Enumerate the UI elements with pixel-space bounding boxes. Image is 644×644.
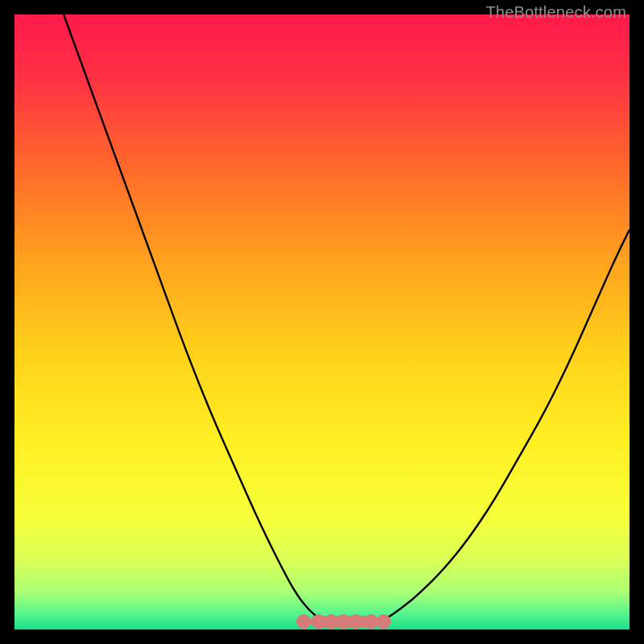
- svg-point-7: [376, 614, 390, 629]
- svg-point-1: [296, 614, 311, 629]
- chart-frame: [14, 14, 630, 630]
- watermark-text: TheBottleneck.com: [485, 3, 626, 22]
- gradient-background: [14, 14, 630, 630]
- svg-point-5: [349, 614, 363, 629]
- bottleneck-chart: [14, 14, 630, 630]
